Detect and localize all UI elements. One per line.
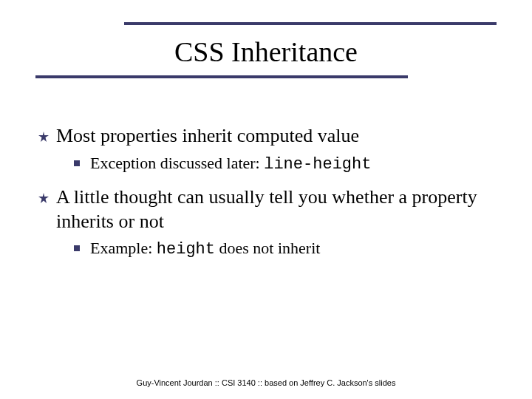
bullet-level2: Exception discussed later: line-height	[74, 153, 497, 176]
svg-marker-1	[38, 193, 49, 203]
bullet-level1: A little thought can usually tell you wh…	[38, 185, 497, 233]
square-icon	[74, 245, 80, 251]
title-rule-bottom	[35, 75, 408, 78]
title-rule-top	[124, 22, 497, 25]
footer-text: Guy-Vincent Jourdan :: CSI 3140 :: based…	[0, 378, 532, 387]
bullet-sub-code: height	[157, 240, 215, 259]
slide-title: CSS Inheritance	[35, 22, 497, 78]
content-area: Most properties inherit computed value E…	[35, 108, 497, 261]
star-icon	[38, 132, 49, 142]
bullet-sub-suffix: does not inherit	[215, 239, 320, 257]
svg-marker-0	[38, 132, 49, 142]
star-icon	[38, 193, 49, 203]
bullet-level2: Example: height does not inherit	[74, 238, 497, 261]
bullet-sub-code: line-height	[264, 155, 371, 174]
bullet-sub-prefix: Example:	[90, 239, 157, 257]
bullet-text: A little thought can usually tell you wh…	[56, 186, 477, 232]
bullet-level1: Most properties inherit computed value	[38, 124, 497, 149]
bullet-text: Most properties inherit computed value	[56, 125, 359, 146]
slide: CSS Inheritance Most properties inherit …	[0, 0, 532, 399]
square-icon	[74, 160, 80, 166]
bullet-sub-prefix: Exception discussed later:	[90, 154, 264, 172]
title-block: CSS Inheritance	[35, 22, 497, 78]
